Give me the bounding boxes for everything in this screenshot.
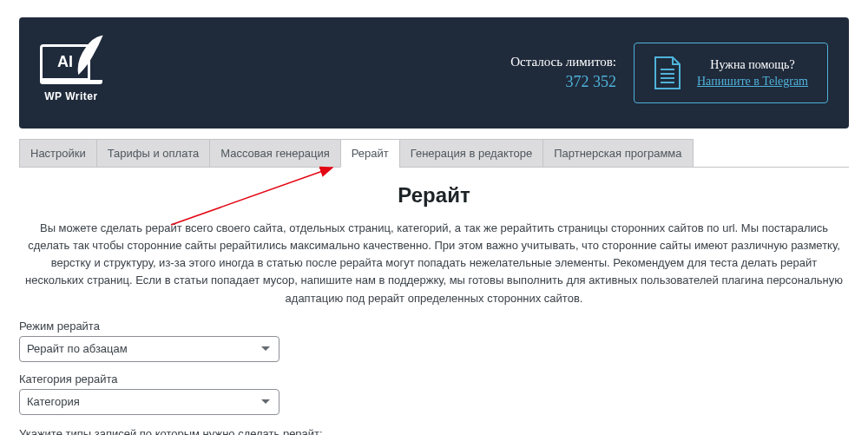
rewrite-category-value: Категория — [27, 395, 80, 408]
tab-4[interactable]: Генерация в редакторе — [399, 139, 543, 168]
rewrite-mode-value: Рерайт по абзацам — [27, 342, 128, 355]
rewrite-category-label: Категория рерайта — [19, 372, 849, 386]
logo-ai-text: AI — [57, 53, 73, 71]
tab-0[interactable]: Настройки — [19, 139, 97, 168]
rewrite-mode-select[interactable]: Рерайт по абзацам — [19, 336, 279, 362]
limits-value: 372 352 — [510, 73, 616, 91]
tab-3[interactable]: Рерайт — [340, 139, 400, 168]
rewrite-category-select[interactable]: Категория — [19, 389, 279, 415]
plugin-header: AI WP Writer Осталось лимитов: 372 352 — [19, 17, 849, 129]
laptop-icon: AI — [40, 44, 90, 81]
tab-5[interactable]: Партнерская программа — [542, 139, 693, 168]
annotation-arrow-icon — [169, 164, 339, 227]
help-telegram-link[interactable]: Напишите в Telegram — [697, 75, 808, 89]
limits-block: Осталось лимитов: 372 352 — [510, 55, 616, 91]
rewrite-category-field: Категория рерайта Категория — [19, 372, 849, 415]
post-types-label: Укажите типы записей по которым нужно сд… — [19, 427, 849, 435]
rewrite-mode-label: Режим рерайта — [19, 320, 849, 333]
rewrite-mode-field: Режим рерайта Рерайт по абзацам — [19, 320, 849, 362]
svg-line-4 — [171, 168, 332, 225]
page-title: Рерайт — [19, 183, 849, 208]
document-icon — [654, 56, 681, 90]
logo: AI WP Writer — [40, 44, 102, 102]
help-title: Нужна помощь? — [697, 58, 808, 72]
help-box: Нужна помощь? Напишите в Telegram — [634, 43, 828, 103]
tabs-nav: НастройкиТарифы и оплатаМассовая генерац… — [19, 139, 849, 168]
page-description: Вы можете сделать рерайт всего своего са… — [19, 220, 849, 307]
limits-label: Осталось лимитов: — [510, 55, 616, 69]
feather-icon — [76, 35, 103, 75]
logo-name: WP Writer — [44, 90, 97, 102]
